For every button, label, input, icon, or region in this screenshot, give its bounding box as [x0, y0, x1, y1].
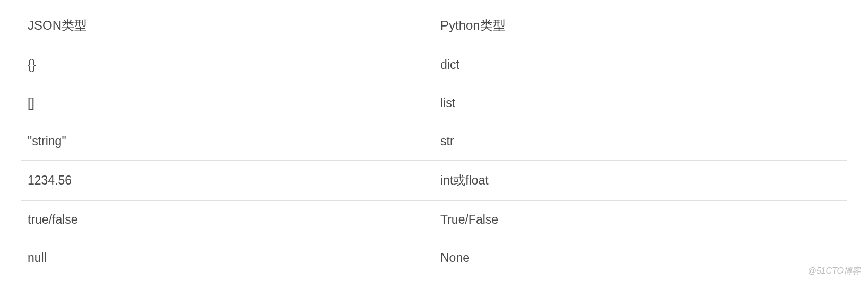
cell-json-value: "string" — [21, 122, 434, 161]
table-row: 1234.56 int或float — [21, 161, 847, 201]
table-row: true/false True/False — [21, 201, 847, 239]
cell-python-value: list — [434, 84, 847, 122]
type-mapping-table: JSON类型 Python类型 {} dict [] list "string"… — [21, 5, 847, 277]
table-row: [] list — [21, 84, 847, 122]
cell-python-value: None — [434, 239, 847, 277]
table-row: {} dict — [21, 46, 847, 84]
cell-python-value: str — [434, 122, 847, 161]
cell-python-value: int或float — [434, 161, 847, 201]
table-header-row: JSON类型 Python类型 — [21, 5, 847, 46]
table-row: "string" str — [21, 122, 847, 161]
cell-python-value: dict — [434, 46, 847, 84]
cell-python-value: True/False — [434, 201, 847, 239]
cell-json-value: true/false — [21, 201, 434, 239]
type-mapping-table-container: JSON类型 Python类型 {} dict [] list "string"… — [0, 0, 868, 277]
cell-json-value: [] — [21, 84, 434, 122]
table-row: null None — [21, 239, 847, 277]
cell-json-value: null — [21, 239, 434, 277]
watermark-text: @51CTO博客 — [808, 266, 861, 277]
header-json-type: JSON类型 — [21, 5, 434, 46]
cell-json-value: 1234.56 — [21, 161, 434, 201]
cell-json-value: {} — [21, 46, 434, 84]
header-python-type: Python类型 — [434, 5, 847, 46]
